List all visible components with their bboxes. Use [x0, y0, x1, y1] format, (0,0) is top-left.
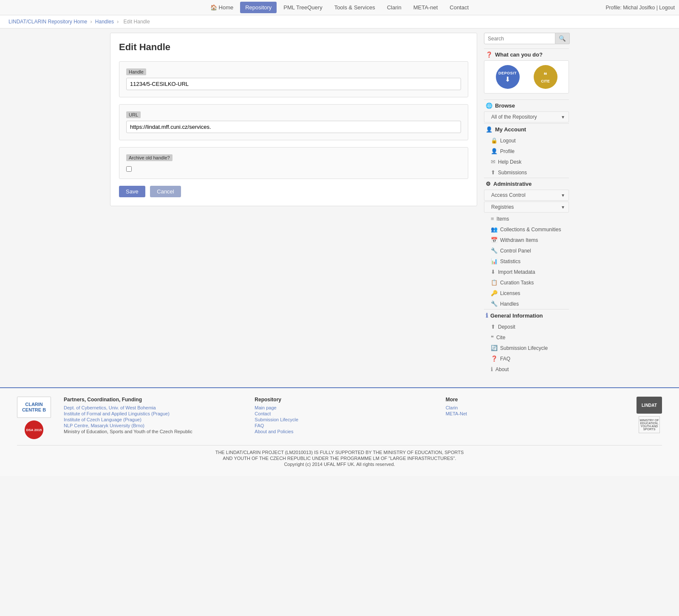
footer: CLARIN CENTRE B DSA 2015 Partners, Coord… [0, 387, 679, 476]
content-area: Edit Handle Handle URL Archive old handl… [110, 33, 477, 206]
faq-icon: ❓ [491, 355, 498, 362]
statistics-icon: 📊 [491, 258, 498, 264]
breadcrumb-handles-link[interactable]: Handles [95, 19, 114, 25]
action-icons: DEPOSIT ⬇ ❝ CITE [484, 60, 569, 94]
nav-home[interactable]: 🏠 Home [205, 2, 238, 13]
archive-checkbox[interactable] [126, 166, 132, 172]
cite-action[interactable]: ❝ CITE [534, 65, 557, 89]
what-can-section: ❓ What can you do? DEPOSIT ⬇ ❝ CITE [484, 48, 569, 94]
breadcrumb-current: Edit Handle [124, 19, 150, 25]
my-account-header: 👤 My Account [484, 123, 569, 135]
sidebar-item-statistics[interactable]: 📊 Statistics [484, 256, 569, 267]
import-icon: ⬇ [491, 269, 495, 275]
sidebar-item-faq[interactable]: ❓ FAQ [484, 353, 569, 364]
sidebar-item-submissions[interactable]: ⬆ Submissions [484, 167, 569, 178]
cancel-button[interactable]: Cancel [150, 186, 181, 197]
sidebar-item-withdrawn[interactable]: 📅 Withdrawn Items [484, 235, 569, 245]
sidebar-item-licenses[interactable]: 🔑 Licenses [484, 288, 569, 298]
archive-label: Archive old handle? [126, 154, 173, 161]
browse-header: 🌐 Browse [484, 99, 569, 111]
sidebar-item-deposit[interactable]: ⬆ Deposit [484, 321, 569, 332]
nav-meta-net[interactable]: META-net [408, 2, 443, 13]
info-icon: ℹ [486, 312, 488, 319]
withdrawn-icon: 📅 [491, 237, 498, 243]
handle-section: Handle [119, 61, 468, 97]
partner-3[interactable]: Institute of Czech Language (Prague) [64, 417, 242, 422]
profile-info: Profile: Michal Josifko | Logout [605, 5, 675, 11]
nav-contact[interactable]: Contact [444, 2, 474, 13]
access-control-dropdown[interactable]: Access Control ▼ [484, 190, 569, 201]
repo-main[interactable]: Main page [255, 405, 433, 410]
footer-partners: Partners, Coordination, Funding Dept. of… [64, 397, 242, 435]
repo-about[interactable]: About and Policies [255, 429, 433, 434]
dsa-badge: DSA 2015 [25, 420, 43, 439]
browse-section: 🌐 Browse All of the Repository ▼ [484, 99, 569, 122]
sidebar-item-about[interactable]: ℹ About [484, 364, 569, 375]
deposit-action[interactable]: DEPOSIT ⬇ [496, 65, 520, 89]
chevron-down-icon: ▼ [561, 115, 565, 119]
nav-tools[interactable]: Tools & Services [329, 2, 380, 13]
browse-icon: 🌐 [486, 102, 492, 109]
url-section: URL [119, 104, 468, 140]
repo-faq[interactable]: FAQ [255, 423, 433, 428]
archive-section: Archive old handle? [119, 147, 468, 179]
repo-lifecycle[interactable]: Submission Lifecycle [255, 417, 433, 422]
registries-dropdown[interactable]: Registries ▼ [484, 202, 569, 213]
question-icon: ❓ [486, 51, 492, 58]
nav-clarin[interactable]: Clarin [382, 2, 407, 13]
footer-repository: Repository Main page Contact Submission … [255, 397, 433, 435]
my-account-section: 👤 My Account 🔒 Logout 👤 Profile ✉ Help D… [484, 123, 569, 178]
lifecycle-icon: 🔄 [491, 345, 498, 351]
more-clarin[interactable]: Clarin [446, 405, 624, 410]
items-icon: ≡ [491, 216, 494, 222]
sidebar-item-profile[interactable]: 👤 Profile [484, 146, 569, 156]
lindat-badge: LINDAT [637, 397, 662, 414]
sidebar-item-import-metadata[interactable]: ⬇ Import Metadata [484, 267, 569, 277]
footer-logos: CLARIN CENTRE B DSA 2015 [17, 397, 51, 439]
handles-icon: 🔧 [491, 301, 498, 307]
footer-right-logos: LINDAT MINISTRY OF EDUCATION, YOUTH AND … [637, 397, 662, 433]
search-input[interactable] [484, 33, 555, 44]
sidebar-item-logout[interactable]: 🔒 Logout [484, 135, 569, 146]
sidebar-item-submission-lifecycle[interactable]: 🔄 Submission Lifecycle [484, 343, 569, 353]
collections-icon: 👥 [491, 226, 498, 233]
profile-icon: 👤 [491, 148, 498, 154]
footer-more: More Clarin META-Net [446, 397, 624, 417]
nav-links: 🏠 Home Repository PML TreeQuery Tools & … [205, 2, 474, 13]
admin-icon: ⚙ [486, 181, 491, 187]
breadcrumb-home-link[interactable]: LINDAT/CLARIN Repository Home [8, 19, 87, 25]
repo-contact[interactable]: Contact [255, 411, 433, 416]
sidebar-item-control-panel[interactable]: 🔧 Control Panel [484, 245, 569, 256]
browse-dropdown[interactable]: All of the Repository ▼ [484, 111, 569, 122]
form-actions: Save Cancel [119, 186, 468, 197]
logout-icon: 🔒 [491, 137, 498, 144]
partner-2[interactable]: Institute of Formal and Applied Linguist… [64, 411, 242, 416]
general-info-section: ℹ General Information ⬆ Deposit ❝ Cite 🔄… [484, 309, 569, 375]
more-meta-net[interactable]: META-Net [446, 411, 624, 416]
account-icon: 👤 [486, 126, 492, 133]
sidebar-item-handles[interactable]: 🔧 Handles [484, 298, 569, 309]
handle-input[interactable] [126, 78, 461, 90]
administrative-header: ⚙ Administrative [484, 178, 569, 190]
partner-4[interactable]: NLP Centre, Masaryk University (Brno) [64, 423, 242, 428]
msmt-logo: MINISTRY OF EDUCATION, YOUTH AND SPORTS [639, 416, 660, 433]
search-button[interactable]: 🔍 [555, 33, 570, 44]
cite-label: CITE [541, 79, 550, 83]
cite-circle: ❝ CITE [534, 65, 557, 89]
sidebar-item-items[interactable]: ≡ Items [484, 213, 569, 224]
partner-1[interactable]: Dept. of Cybernetics, Univ. of West Bohe… [64, 405, 242, 410]
sidebar-item-curation[interactable]: 📋 Curation Tasks [484, 277, 569, 288]
registries-chevron-icon: ▼ [561, 205, 565, 210]
sidebar-item-collections[interactable]: 👥 Collections & Communities [484, 224, 569, 235]
submissions-icon: ⬆ [491, 169, 495, 176]
sidebar-item-cite[interactable]: ❝ Cite [484, 332, 569, 343]
deposit-icon: ⬇ [505, 75, 510, 83]
sidebar-item-helpdesk[interactable]: ✉ Help Desk [484, 156, 569, 167]
url-input[interactable] [126, 121, 461, 133]
breadcrumb: LINDAT/CLARIN Repository Home › Handles … [0, 15, 679, 28]
nav-repository[interactable]: Repository [240, 2, 277, 13]
save-button[interactable]: Save [119, 186, 145, 197]
nav-pml[interactable]: PML TreeQuery [278, 2, 327, 13]
main-layout: Edit Handle Handle URL Archive old handl… [106, 28, 573, 379]
deposit-nav-icon: ⬆ [491, 324, 495, 330]
